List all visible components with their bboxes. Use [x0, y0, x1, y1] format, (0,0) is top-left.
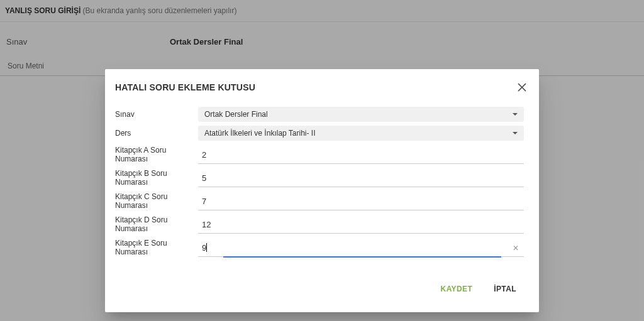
input-kit-c[interactable]: 7: [198, 191, 524, 210]
chevron-down-icon: [513, 113, 518, 116]
input-kit-c-value: 7: [202, 197, 206, 206]
dialog: HATALI SORU EKLEME KUTUSU Sınav Ortak De…: [105, 69, 539, 312]
label-kit-c: Kitapçık C Soru Numarası: [115, 192, 198, 210]
input-kit-d[interactable]: 12: [198, 214, 524, 234]
chevron-down-icon: [513, 132, 518, 134]
row-ders: Ders Atatürk İlkeleri ve İnkılap Tarihi-…: [115, 126, 524, 141]
select-ders[interactable]: Atatürk İlkeleri ve İnkılap Tarihi- II: [198, 126, 524, 141]
row-kit-e: Kitapçık E Soru Numarası 9 ✕: [115, 237, 524, 257]
label-sinav: Sınav: [115, 110, 198, 119]
label-ders: Ders: [115, 129, 198, 138]
input-kit-a-value: 2: [202, 150, 206, 160]
label-kit-d: Kitapçık D Soru Numarası: [115, 215, 198, 233]
dialog-actions: KAYDET İPTAL: [105, 263, 539, 312]
row-sinav: Sınav Ortak Dersler Final: [115, 107, 524, 122]
select-sinav-value: Ortak Dersler Final: [204, 110, 268, 119]
cancel-button[interactable]: İPTAL: [489, 281, 521, 297]
input-kit-e-value: 9: [202, 243, 207, 253]
select-sinav[interactable]: Ortak Dersler Final: [198, 107, 524, 122]
input-kit-b[interactable]: 5: [198, 168, 524, 187]
row-kit-b: Kitapçık B Soru Numarası 5: [115, 168, 524, 187]
modal-overlay[interactable]: HATALI SORU EKLEME KUTUSU Sınav Ortak De…: [0, 0, 644, 321]
row-kit-c: Kitapçık C Soru Numarası 7: [115, 191, 524, 210]
close-icon: [518, 83, 526, 92]
input-kit-a[interactable]: 2: [198, 144, 524, 164]
label-kit-a: Kitapçık A Soru Numarası: [115, 146, 198, 163]
text-cursor: [206, 243, 207, 252]
input-kit-d-value: 12: [202, 220, 211, 229]
select-ders-value: Atatürk İlkeleri ve İnkılap Tarihi- II: [204, 129, 316, 138]
row-kit-d: Kitapçık D Soru Numarası 12: [115, 214, 524, 234]
close-button[interactable]: [515, 80, 529, 94]
dialog-header: HATALI SORU EKLEME KUTUSU: [105, 69, 539, 103]
clear-input-button[interactable]: ✕: [511, 244, 520, 253]
input-kit-b-value: 5: [202, 173, 206, 183]
input-kit-e[interactable]: 9 ✕: [198, 237, 524, 257]
save-button[interactable]: KAYDET: [436, 281, 478, 297]
label-kit-e: Kitapçık E Soru Numarası: [115, 239, 198, 256]
dialog-title: HATALI SORU EKLEME KUTUSU: [115, 82, 255, 92]
row-kit-a: Kitapçık A Soru Numarası 2: [115, 144, 524, 164]
label-kit-b: Kitapçık B Soru Numarası: [115, 169, 198, 187]
dialog-body: Sınav Ortak Dersler Final Ders Atatürk İ…: [105, 103, 539, 263]
